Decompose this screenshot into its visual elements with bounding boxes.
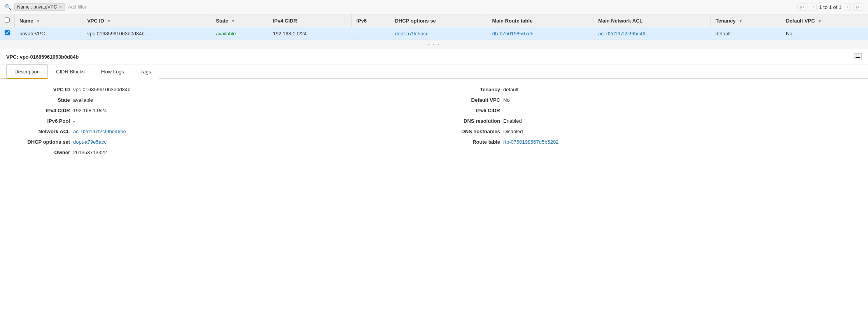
collapse-button[interactable]: ▬ <box>854 53 862 60</box>
panel-divider: • • • <box>0 40 868 49</box>
row-checkbox-cell[interactable] <box>0 27 15 40</box>
tab-cidr-blocks[interactable]: CIDR Blocks <box>48 64 93 79</box>
desc-row: DNS hostnamesDisabled <box>446 129 852 134</box>
filter-tag-close-icon[interactable]: ✕ <box>59 5 62 10</box>
desc-row: DNS resolutionEnabled <box>446 118 852 124</box>
tab-description[interactable]: Description <box>6 64 48 79</box>
filter-tag-text: Name : privateVPC <box>17 4 57 10</box>
desc-row: Owner261353713322 <box>16 150 422 155</box>
desc-field-label: DNS resolution <box>446 118 500 124</box>
desc-field-label: State <box>16 97 70 103</box>
tab-tags[interactable]: Tags <box>132 64 159 79</box>
pagination-prev-button[interactable]: ‹ <box>810 3 817 11</box>
pagination-text: 1 to 1 of 1 <box>819 4 842 10</box>
select-all-checkbox-cell[interactable] <box>0 14 15 27</box>
detail-header: VPC: vpc-01685961063b0d84b ▬ <box>0 49 868 64</box>
col-main-network-acl: Main Network ACL <box>593 14 711 27</box>
desc-field-value: Enabled <box>503 118 522 124</box>
desc-field-value: Disabled <box>503 129 523 134</box>
table-row[interactable]: privateVPC vpc-01685961063b0d84b availab… <box>0 27 868 40</box>
desc-left-column: VPC IDvpc-01685961063b0d84bStateavailabl… <box>16 87 422 160</box>
desc-row: DHCP options setdopt-a79e5acc <box>16 139 422 145</box>
col-default-vpc[interactable]: Default VPC ▼ <box>781 14 868 27</box>
detail-vpc-id: vpc-01685961063b0d84b <box>20 54 79 60</box>
desc-field-label: Route table <box>446 139 500 145</box>
search-icon: 🔍 <box>5 4 11 10</box>
row-checkbox[interactable] <box>5 30 10 35</box>
cell-dhcp-options[interactable]: dopt-a79e5acc <box>390 27 487 40</box>
add-filter-placeholder[interactable]: Add filter <box>68 4 794 10</box>
desc-field-value: 192.168.1.0/24 <box>73 108 107 113</box>
cell-name: privateVPC <box>15 27 82 40</box>
desc-field-label: IPv6 Pool <box>16 118 70 124</box>
desc-field-value[interactable]: dopt-a79e5acc <box>73 139 107 145</box>
col-vpc-id[interactable]: VPC ID ▼ <box>82 14 211 27</box>
search-bar: 🔍 Name : privateVPC ✕ Add filter ⏮ ‹ 1 t… <box>0 0 868 14</box>
col-name[interactable]: Name ▼ <box>15 14 82 27</box>
pagination: ⏮ ‹ 1 to 1 of 1 › ⏭ <box>797 3 863 11</box>
cell-vpc-id: vpc-01685961063b0d84b <box>82 27 211 40</box>
description-content: VPC IDvpc-01685961063b0d84bStateavailabl… <box>0 79 868 168</box>
desc-field-label: IPv6 CIDR <box>446 108 500 113</box>
desc-row: Network ACLacl-02d197f2c9fbe46be <box>16 129 422 134</box>
desc-right-column: TenancydefaultDefault VPCNoIPv6 CIDR-DNS… <box>446 87 852 160</box>
desc-field-value: No <box>503 97 510 103</box>
detail-panel: VPC: vpc-01685961063b0d84b ▬ Description… <box>0 49 868 168</box>
col-tenancy[interactable]: Tenancy ▼ <box>710 14 781 27</box>
desc-field-value: - <box>73 118 75 124</box>
tabs-bar: DescriptionCIDR BlocksFlow LogsTags <box>0 64 868 79</box>
filter-tag: Name : privateVPC ✕ <box>14 3 65 11</box>
desc-row: Default VPCNo <box>446 97 852 103</box>
cell-main-network-acl[interactable]: acl-02d197f2c9fbe46... <box>593 27 711 40</box>
desc-field-value: vpc-01685961063b0d84b <box>73 87 130 92</box>
col-ipv4-cidr: IPv4 CIDR <box>268 14 351 27</box>
desc-field-value: - <box>503 108 505 113</box>
desc-field-value: default <box>503 87 518 92</box>
desc-row: Tenancydefault <box>446 87 852 92</box>
vpc-table: Name ▼ VPC ID ▼ State ▼ IPv4 CIDR IPv6 D… <box>0 14 868 40</box>
cell-ipv4-cidr: 192.168.1.0/24 <box>268 27 351 40</box>
desc-field-label: Owner <box>16 150 70 155</box>
detail-vpc-prefix: VPC: <box>6 54 18 60</box>
desc-row: IPv6 CIDR- <box>446 108 852 113</box>
cell-default-vpc: No <box>781 27 868 40</box>
detail-vpc-label: VPC: vpc-01685961063b0d84b <box>6 54 79 60</box>
tab-flow-logs[interactable]: Flow Logs <box>93 64 132 79</box>
col-dhcp-options: DHCP options se <box>390 14 487 27</box>
cell-ipv6: - <box>352 27 390 40</box>
desc-field-label: Network ACL <box>16 129 70 134</box>
desc-field-label: DHCP options set <box>16 139 70 145</box>
pagination-first-button[interactable]: ⏮ <box>797 3 807 11</box>
cell-main-route-table[interactable]: rtb-0750198567d5... <box>487 27 593 40</box>
desc-field-label: Tenancy <box>446 87 500 92</box>
desc-row: VPC IDvpc-01685961063b0d84b <box>16 87 422 92</box>
desc-field-label: DNS hostnames <box>446 129 500 134</box>
desc-row: IPv6 Pool- <box>16 118 422 124</box>
desc-field-value[interactable]: rtb-0750198567d5b5202 <box>503 139 558 145</box>
col-ipv6: IPv6 <box>352 14 390 27</box>
select-all-checkbox[interactable] <box>5 17 10 23</box>
pagination-last-button[interactable]: ⏭ <box>853 3 863 11</box>
desc-row: IPv4 CIDR192.168.1.0/24 <box>16 108 422 113</box>
desc-field-label: VPC ID <box>16 87 70 92</box>
desc-field-label: Default VPC <box>446 97 500 103</box>
divider-handle[interactable]: • • • <box>428 42 440 47</box>
desc-row: Stateavailable <box>16 97 422 103</box>
desc-field-value: available <box>73 97 93 103</box>
desc-field-value: 261353713322 <box>73 150 107 155</box>
cell-tenancy: default <box>710 27 781 40</box>
desc-field-value[interactable]: acl-02d197f2c9fbe46be <box>73 129 126 134</box>
cell-state: available <box>211 27 268 40</box>
col-main-route-table: Main Route table <box>487 14 593 27</box>
desc-row: Route tablertb-0750198567d5b5202 <box>446 139 852 145</box>
table-header-row: Name ▼ VPC ID ▼ State ▼ IPv4 CIDR IPv6 D… <box>0 14 868 27</box>
col-state[interactable]: State ▼ <box>211 14 268 27</box>
pagination-next-button[interactable]: › <box>844 3 851 11</box>
desc-field-label: IPv4 CIDR <box>16 108 70 113</box>
